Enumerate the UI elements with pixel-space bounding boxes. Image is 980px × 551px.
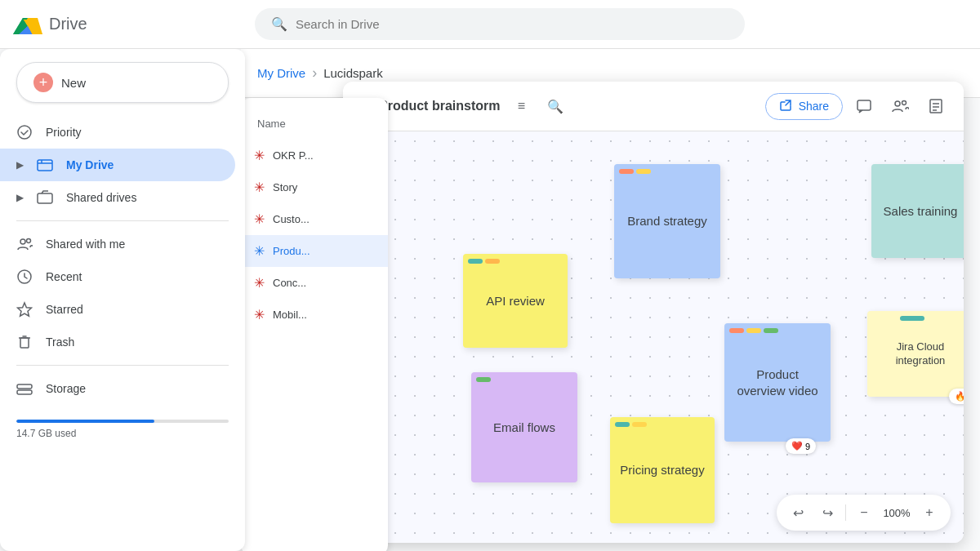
drive-logo: Drive	[13, 11, 242, 38]
note-api-review[interactable]: API review	[463, 254, 568, 348]
star-icon	[16, 301, 33, 318]
file-item-custom[interactable]: ✳ Custo...	[241, 203, 388, 235]
note-tag-pricing	[615, 422, 647, 427]
zoom-in-button[interactable]: +	[918, 501, 941, 524]
heart-emoji: ❤️	[791, 441, 803, 451]
note-pricing-strategy[interactable]: Pricing strategy	[610, 417, 715, 523]
new-button[interactable]: + New	[16, 62, 229, 103]
trash-label: Trash	[46, 335, 74, 349]
note-text-jira-cloud: Jira Cloud integration	[877, 340, 964, 368]
share-button[interactable]: Share	[765, 93, 843, 120]
lucidspark-star-icon-5: ✳	[254, 275, 265, 291]
new-plus-icon: +	[33, 73, 53, 92]
canvas-menu-icon[interactable]: ≡	[508, 93, 534, 119]
lucidspark-star-icon: ✳	[254, 148, 265, 163]
svg-point-10	[27, 239, 31, 243]
search-input[interactable]	[296, 17, 728, 31]
zoom-out-icon: −	[860, 505, 867, 520]
note-tag-brand	[619, 169, 651, 174]
svg-rect-7	[38, 160, 52, 171]
new-button-label: New	[61, 76, 86, 90]
canvas-search-icon[interactable]: 🔍	[542, 93, 568, 119]
shared-drives-label: Shared drives	[66, 191, 136, 204]
breadcrumb: My Drive › Lucidspark	[257, 64, 383, 82]
pages-icon-btn[interactable]	[921, 91, 951, 121]
sidebar-item-priority[interactable]: Priority	[0, 116, 235, 149]
sidebar-item-trash[interactable]: Trash	[0, 326, 235, 358]
svg-rect-15	[17, 390, 32, 394]
storage-label: Storage	[46, 382, 86, 395]
storage-icon	[16, 380, 33, 397]
undo-button[interactable]: ↩	[786, 501, 809, 524]
file-name-product: Produ...	[273, 245, 310, 257]
canvas-controls: ↩ ↪ − 100% +	[777, 495, 951, 531]
nav-divider-1	[16, 220, 229, 221]
sidebar-item-storage[interactable]: Storage	[0, 372, 235, 405]
redo-button[interactable]: ↪	[816, 501, 839, 524]
drive-sidebar: + New Priority ▶ My Drive ▶ Shared drive…	[0, 49, 245, 551]
collaborators-icon-btn[interactable]	[885, 91, 915, 121]
note-brand-strategy[interactable]: Brand strategy	[614, 164, 720, 278]
sidebar-item-recent[interactable]: Recent	[0, 260, 235, 293]
redo-icon: ↪	[822, 505, 833, 521]
file-name-custom: Custo...	[273, 213, 310, 225]
tag-bar-red	[619, 169, 634, 174]
storage-bar	[16, 420, 229, 423]
breadcrumb-current: Lucidspark	[323, 66, 383, 80]
share-button-label: Share	[799, 100, 829, 113]
canvas-workspace[interactable]: API review Brand strategy Email flows	[385, 131, 964, 543]
note-text-email-flows: Email flows	[493, 420, 555, 436]
ctrl-divider	[845, 504, 846, 521]
svg-rect-13	[20, 338, 29, 348]
note-tag-email	[476, 377, 491, 382]
fire-emoji: 🔥	[955, 391, 964, 402]
note-email-flows[interactable]: Email flows	[471, 372, 577, 482]
sidebar-item-starred[interactable]: Starred	[0, 293, 235, 326]
priority-icon	[16, 124, 33, 140]
canvas-body: T	[343, 131, 964, 543]
svg-marker-12	[18, 303, 32, 316]
note-text-pricing-strategy: Pricing strategy	[620, 462, 704, 478]
svg-point-9	[20, 239, 25, 244]
file-name-concept: Conc...	[273, 277, 306, 289]
comment-icon-btn[interactable]	[849, 91, 879, 121]
sidebar-item-my-drive[interactable]: ▶ My Drive	[0, 149, 235, 181]
shared-drives-icon	[37, 189, 53, 206]
zoom-out-button[interactable]: −	[853, 501, 875, 524]
storage-info: 14.7 GB used	[0, 405, 245, 449]
note-product-overview[interactable]: Product overview video	[724, 323, 831, 442]
lucidspark-star-icon-6: ✳	[254, 307, 265, 322]
file-item-mobile[interactable]: ✳ Mobil...	[241, 299, 388, 331]
canvas-panel: ✳ Product brainstorm ≡ 🔍 Share	[343, 82, 964, 543]
people-icon	[16, 236, 33, 252]
lucidspark-star-icon-3: ✳	[254, 211, 265, 227]
note-jira-cloud[interactable]: Jira Cloud integration	[867, 311, 964, 397]
zoom-in-icon: +	[925, 505, 933, 520]
sidebar-item-shared-drives[interactable]: ▶ Shared drives	[0, 181, 235, 214]
heart-reaction-badge: ❤️ 9	[786, 438, 816, 454]
drive-logo-icon	[13, 11, 42, 38]
search-icon: 🔍	[271, 16, 287, 32]
file-item-product[interactable]: ✳ Produ...	[241, 235, 388, 267]
sidebar-item-shared-with-me[interactable]: Shared with me	[0, 228, 235, 260]
tag-bar-red-2	[729, 328, 744, 333]
breadcrumb-root[interactable]: My Drive	[257, 66, 305, 80]
tag-bar-green	[476, 377, 491, 382]
my-drive-expand-icon: ▶	[16, 159, 24, 171]
tag-bar-teal	[468, 259, 483, 264]
file-name-story: Story	[273, 181, 297, 193]
search-bar[interactable]: 🔍	[255, 8, 745, 40]
note-tag-product-overview	[729, 328, 778, 333]
file-item-concept[interactable]: ✳ Conc...	[241, 267, 388, 299]
file-list-panel: Name ✳ OKR P... ✳ Story ✳ Custo... ✳ Pro…	[241, 98, 388, 551]
canvas-title-area: ✳ Product brainstorm ≡ 🔍	[356, 93, 755, 119]
breadcrumb-separator: ›	[312, 64, 317, 82]
tag-bar-teal-2	[615, 422, 630, 427]
note-text-sales-training: Sales training	[884, 203, 958, 220]
share-icon	[779, 99, 792, 114]
note-sales-training[interactable]: Sales training	[871, 164, 964, 258]
file-item-story[interactable]: ✳ Story	[241, 171, 388, 203]
zoom-level: 100%	[882, 507, 911, 519]
heart-count: 9	[805, 442, 810, 451]
file-item-okr[interactable]: ✳ OKR P...	[241, 140, 388, 171]
